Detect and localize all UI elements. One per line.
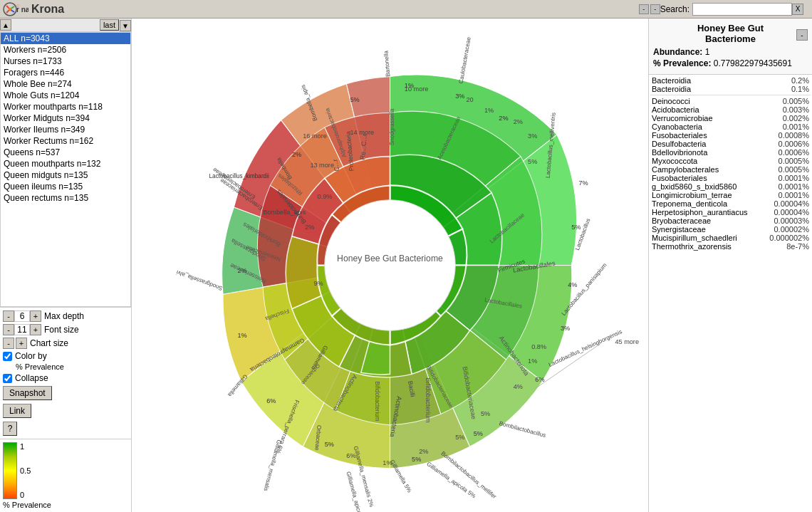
svg-text:2%: 2% — [514, 118, 523, 125]
chart-size-increase-button[interactable]: + — [16, 338, 27, 349]
sample-list-item[interactable]: ALL n=3043 — [1, 33, 130, 44]
svg-text:0.8%: 0.8% — [531, 343, 546, 350]
taxa-name: Cyanobacteria — [652, 122, 766, 131]
svg-text:5%: 5% — [528, 158, 537, 165]
sample-list-item[interactable]: Whole Bee n=274 — [1, 78, 130, 90]
svg-text:14 more: 14 more — [350, 129, 374, 136]
chart-size-decrease-button[interactable]: - — [3, 338, 14, 349]
taxa-list-item[interactable]: Fusobacteriales0.0008% — [650, 131, 811, 140]
taxa-list-item[interactable]: Bryobacteraceae0.00003% — [650, 216, 811, 225]
sample-list-item[interactable]: Foragers n=446 — [1, 67, 130, 78]
taxa-value: 0.0001% — [766, 182, 809, 191]
last-button[interactable]: last — [100, 19, 119, 31]
font-size-increase-button[interactable]: + — [30, 324, 41, 335]
snapshot-button[interactable]: Snapshot — [3, 386, 52, 400]
taxa-list-item[interactable]: Deinococci0.005% — [650, 97, 811, 105]
taxa-value: 0.005% — [766, 97, 809, 105]
sample-list-item[interactable]: Workers n=2506 — [1, 44, 130, 56]
taxa-divider — [650, 95, 811, 95]
taxa-name: Bacteroidia — [652, 76, 766, 85]
sample-list-item[interactable]: Queen rectums n=135 — [1, 192, 130, 204]
svg-text:13 more: 13 more — [310, 162, 334, 169]
svg-text:5%: 5% — [571, 224, 581, 231]
sample-list-item[interactable]: Worker Ileums n=349 — [1, 124, 130, 135]
font-size-label: Font size — [44, 325, 79, 335]
help-button[interactable]: ? — [3, 422, 17, 436]
sample-list-item[interactable]: Worker mouthparts n=118 — [1, 101, 130, 113]
svg-text:Bifidobacterium: Bifidobacterium — [374, 382, 380, 422]
abundance-label: Abundance: — [653, 47, 702, 57]
svg-text:5%: 5% — [325, 441, 334, 448]
svg-text:2%: 2% — [292, 151, 301, 158]
svg-text:5%: 5% — [350, 96, 359, 103]
sample-list[interactable]: ALL n=3043Workers n=2506Nurses n=1733For… — [0, 32, 131, 307]
restore-button[interactable]: - — [650, 4, 660, 14]
sample-list-item[interactable]: Queen midguts n=135 — [1, 169, 130, 181]
max-depth-value: 6 — [14, 310, 30, 322]
taxa-list-item[interactable]: Treponema_denticola0.00004% — [650, 199, 811, 208]
taxa-list-item[interactable]: Desulfobacteria0.0006% — [650, 140, 811, 148]
svg-text:○: ○ — [16, 3, 19, 8]
taxa-name: Acidobacteria — [652, 105, 766, 114]
taxa-value: 0.0006% — [766, 148, 809, 157]
chart-area[interactable]: Honey Bee Gut Bacteriome — [132, 19, 648, 512]
taxa-list-item[interactable]: Cyanobacteria0.001% — [650, 122, 811, 131]
taxa-name: Deinococci — [652, 97, 766, 105]
svg-text:Snodgrassella: Snodgrassella — [389, 108, 395, 145]
sample-list-item[interactable]: Whole Guts n=1204 — [1, 90, 130, 101]
taxa-list-item[interactable]: Mucispirillum_schaedleri0.000002% — [650, 234, 811, 242]
taxa-list-item[interactable]: Thermothrix_azorensis8e-7% — [650, 242, 811, 251]
taxa-list-item[interactable]: Campylobacterales0.0005% — [650, 165, 811, 174]
taxa-list-item[interactable]: Bdellovibrionota0.0006% — [650, 148, 811, 157]
link-button[interactable]: Link — [3, 404, 31, 418]
taxa-list-item[interactable]: Verrucomicrobiae0.002% — [650, 114, 811, 122]
taxa-list-item[interactable]: g_bxid5860_s_bxid58600.0001% — [650, 182, 811, 191]
svg-text:9%: 9% — [313, 280, 323, 287]
sample-list-item[interactable]: Nurses n=1733 — [1, 56, 130, 67]
taxa-list-item[interactable]: Fusobacteriales0.0001% — [650, 174, 811, 182]
max-depth-increase-button[interactable]: + — [30, 310, 41, 322]
app-title: Krona — [31, 3, 64, 16]
center-text[interactable]: Honey Bee Gut Bacteriome — [337, 254, 443, 263]
sample-list-item[interactable]: Queen ileums n=135 — [1, 181, 130, 192]
minimize-button[interactable]: - — [639, 4, 649, 14]
taxa-name: Thermothrix_azorensis — [652, 242, 766, 251]
taxa-list-item[interactable]: Bacteroidia0.2% — [650, 76, 811, 85]
taxa-list-item[interactable]: Synergistaceae0.00002% — [650, 225, 811, 234]
max-depth-decrease-button[interactable]: - — [3, 310, 14, 322]
taxa-name: Longimicrobium_terrae — [652, 191, 766, 199]
svg-text:16 more: 16 more — [303, 132, 327, 140]
taxa-list-item[interactable]: Longimicrobium_terrae0.0001% — [650, 191, 811, 199]
sample-list-item[interactable]: Worker Rectums n=162 — [1, 135, 130, 147]
sample-list-item[interactable]: Worker Midguts n=394 — [1, 113, 130, 124]
taxa-name: Myxococcota — [652, 157, 766, 165]
taxa-value: 0.00003% — [766, 216, 809, 225]
collapse-checkbox[interactable] — [3, 374, 12, 383]
search-input[interactable] — [692, 3, 792, 16]
scroll-down-button[interactable]: ▼ — [120, 20, 131, 31]
prevalence-label: % Prevalence: — [653, 58, 711, 68]
color-by-checkbox[interactable] — [3, 352, 12, 361]
svg-text:5%: 5% — [481, 410, 490, 417]
sample-list-item[interactable]: Queens n=537 — [1, 147, 130, 158]
font-size-decrease-button[interactable]: - — [3, 324, 14, 335]
svg-text:3%: 3% — [528, 132, 537, 140]
info-close-button[interactable]: - — [796, 29, 808, 41]
taxa-name: Fusobacteriales — [652, 174, 766, 182]
taxa-name: Mucispirillum_schaedleri — [652, 234, 766, 242]
search-clear-button[interactable]: X — [792, 4, 803, 15]
sample-list-item[interactable]: Queen mouthparts n=132 — [1, 158, 130, 169]
taxa-list-item[interactable]: Myxococcota0.0005% — [650, 157, 811, 165]
taxa-value: 0.0001% — [766, 174, 809, 182]
krona-chart[interactable]: Honey Bee Gut Bacteriome — [132, 19, 648, 512]
search-label: Search: — [660, 4, 689, 14]
taxa-list-item[interactable]: Acidobacteria0.003% — [650, 105, 811, 114]
taxa-name: Campylobacterales — [652, 165, 766, 174]
font-size-control: - 11 + Font size — [3, 324, 128, 335]
scroll-up-button[interactable]: ▲ — [0, 19, 11, 31]
taxa-name: Desulfobacteria — [652, 140, 766, 148]
taxa-value: 0.0001% — [766, 191, 809, 199]
taxa-list-item[interactable]: Herpetosiphon_aurantiacus0.00004% — [650, 208, 811, 216]
taxa-list-item[interactable]: Bacteroidia0.1% — [650, 85, 811, 93]
titlebar: r na ○ Krona - - Search: X — [0, 0, 812, 19]
